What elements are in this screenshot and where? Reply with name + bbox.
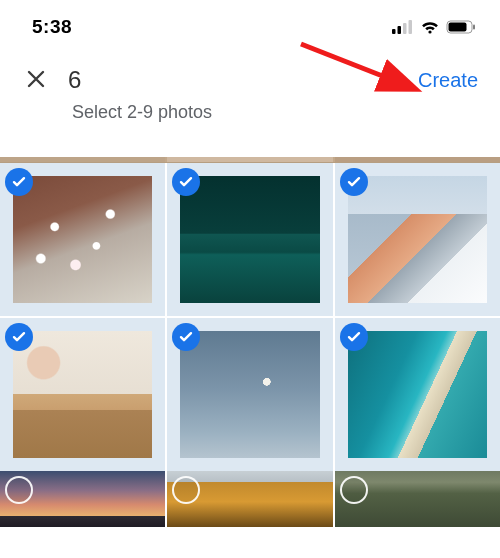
photo-thumbnail[interactable] <box>167 318 332 471</box>
selected-check-icon <box>340 168 368 196</box>
status-bar: 5:38 <box>0 0 500 48</box>
svg-rect-6 <box>473 25 475 30</box>
svg-point-4 <box>428 30 431 33</box>
status-time: 5:38 <box>32 16 72 38</box>
header: 6 Create Select 2-9 photos <box>0 48 500 139</box>
photo-image <box>348 331 487 458</box>
selected-check-icon <box>5 323 33 351</box>
unselected-circle-icon <box>5 476 33 504</box>
svg-rect-3 <box>409 20 413 34</box>
create-button[interactable]: Create <box>418 69 478 92</box>
cellular-icon <box>392 20 414 34</box>
unselected-circle-icon <box>340 476 368 504</box>
photo-grid-partial-row <box>0 471 500 527</box>
selection-hint: Select 2-9 photos <box>72 102 478 123</box>
selected-check-icon <box>340 323 368 351</box>
photo-image <box>180 331 319 458</box>
photo-grid-section <box>0 157 500 527</box>
photo-image <box>13 176 152 303</box>
photo-thumbnail[interactable] <box>0 471 165 527</box>
photo-thumbnail[interactable] <box>0 318 165 471</box>
svg-rect-1 <box>398 26 402 34</box>
photo-image <box>13 331 152 458</box>
selected-count: 6 <box>68 66 81 94</box>
photo-thumbnail[interactable] <box>335 318 500 471</box>
close-icon[interactable] <box>26 67 46 93</box>
photo-thumbnail[interactable] <box>167 163 332 316</box>
svg-rect-2 <box>403 23 407 34</box>
svg-rect-7 <box>449 23 467 32</box>
battery-icon <box>446 20 476 34</box>
photo-image <box>348 176 487 303</box>
photo-image <box>180 176 319 303</box>
photo-thumbnail[interactable] <box>0 163 165 316</box>
photo-thumbnail[interactable] <box>335 163 500 316</box>
photo-thumbnail[interactable] <box>167 471 332 527</box>
photo-grid <box>0 163 500 471</box>
selected-check-icon <box>5 168 33 196</box>
status-icons <box>392 20 476 34</box>
wifi-icon <box>420 20 440 34</box>
photo-thumbnail[interactable] <box>335 471 500 527</box>
svg-rect-0 <box>392 29 396 34</box>
